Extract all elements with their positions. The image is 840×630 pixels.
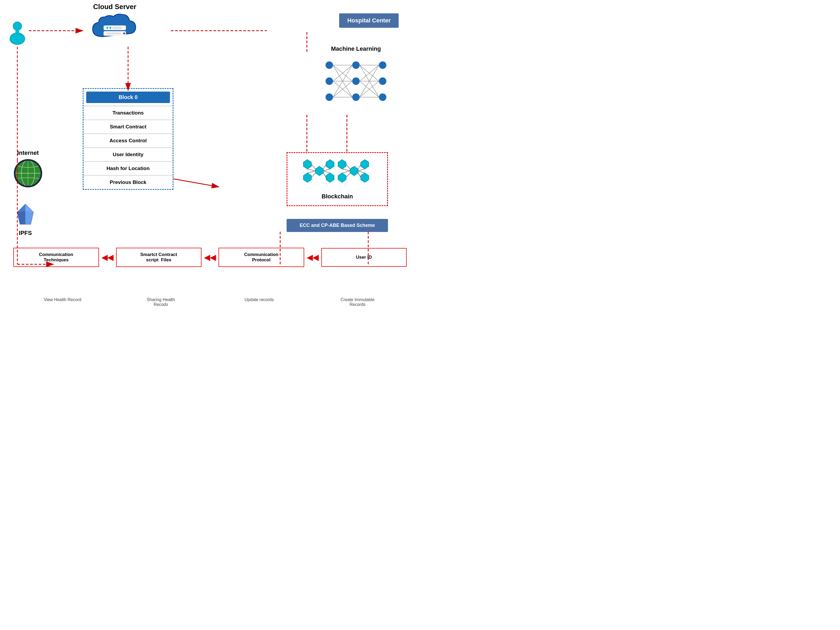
bottom-labels: View Health Record Sharing HealthRecods … xyxy=(13,298,407,307)
svg-line-72 xyxy=(358,169,365,171)
blockchain-title: Blockchain xyxy=(293,193,382,200)
svg-point-11 xyxy=(325,78,333,85)
svg-line-60 xyxy=(307,171,316,173)
block-row-previous-block: Previous Block xyxy=(84,175,173,189)
cloud-server-area: Cloud Server xyxy=(85,3,144,45)
machine-learning-area: Machine Learning xyxy=(319,45,393,108)
svg-line-73 xyxy=(342,171,350,173)
svg-line-59 xyxy=(324,169,330,171)
svg-rect-6 xyxy=(112,27,122,29)
block-header: Block 0 xyxy=(86,92,170,103)
svg-point-10 xyxy=(325,62,333,69)
blockchain-area: Blockchain xyxy=(287,152,388,206)
ipfs-area: IPFS xyxy=(15,203,36,236)
cloud-icon xyxy=(85,12,144,44)
blockchain-nodes-diagram xyxy=(293,158,384,190)
svg-line-74 xyxy=(358,171,365,173)
label-update-records: Update records xyxy=(210,298,308,307)
label-sharing-health: Sharing HealthRecods xyxy=(112,298,210,307)
svg-marker-46 xyxy=(17,204,25,212)
cloud-server-title: Cloud Server xyxy=(85,3,144,11)
svg-marker-47 xyxy=(17,211,25,224)
neural-network-diagram xyxy=(319,54,393,108)
svg-marker-48 xyxy=(25,211,33,224)
ecc-label: ECC and CP-ABE Based Scheme xyxy=(300,223,375,228)
internet-area: Internet xyxy=(13,149,43,189)
communication-techniques-label: CommunicationTechniques xyxy=(39,252,73,263)
svg-marker-53 xyxy=(326,173,334,182)
block-row-hash-location: Hash for Location xyxy=(84,161,173,175)
arrow-1: ◀◀ xyxy=(102,253,114,262)
svg-marker-63 xyxy=(338,160,346,169)
svg-point-5 xyxy=(109,27,111,28)
label-view-health: View Health Record xyxy=(13,298,112,307)
svg-line-61 xyxy=(324,171,330,173)
person-icon xyxy=(8,21,27,46)
block-row-smart-contract: Smart Contract xyxy=(84,120,173,133)
svg-point-18 xyxy=(379,93,386,101)
block-row-transactions: Transactions xyxy=(84,106,173,120)
label-create-immutable: Create ImmutableRecords xyxy=(308,298,407,307)
svg-point-17 xyxy=(379,78,386,85)
svg-marker-52 xyxy=(303,173,311,182)
svg-marker-66 xyxy=(361,173,369,182)
svg-marker-49 xyxy=(316,166,324,176)
internet-icon xyxy=(13,158,43,188)
svg-marker-65 xyxy=(338,173,346,182)
arrow-2: ◀◀ xyxy=(204,253,216,262)
svg-point-9 xyxy=(123,33,125,35)
svg-marker-51 xyxy=(326,160,334,169)
arrow-3: ◀◀ xyxy=(307,253,319,262)
svg-line-68 xyxy=(358,164,361,169)
block-row-user-identity: User Identity xyxy=(84,147,173,161)
svg-rect-8 xyxy=(106,33,121,35)
machine-learning-title: Machine Learning xyxy=(319,45,393,52)
communication-techniques-box: CommunicationTechniques xyxy=(13,248,99,267)
smart-contract-files-box: Smartct Contractscript Files xyxy=(116,248,202,267)
ipfs-icon xyxy=(15,203,36,227)
svg-line-69 xyxy=(346,173,350,177)
ecc-box: ECC and CP-ABE Based Scheme xyxy=(287,219,388,232)
svg-line-54 xyxy=(311,164,316,169)
svg-point-12 xyxy=(325,93,333,101)
svg-marker-45 xyxy=(25,204,33,212)
svg-line-67 xyxy=(346,164,350,169)
svg-marker-62 xyxy=(350,166,358,176)
svg-point-1 xyxy=(10,33,25,44)
svg-line-71 xyxy=(342,169,350,171)
svg-line-57 xyxy=(324,173,326,177)
ipfs-title: IPFS xyxy=(15,230,36,236)
communication-protocol-box: CommunicationProtocol xyxy=(218,248,304,267)
svg-line-70 xyxy=(358,173,361,177)
svg-marker-50 xyxy=(303,160,311,169)
svg-point-15 xyxy=(352,93,360,101)
internet-title: Internet xyxy=(13,149,43,157)
user-id-label: User ID xyxy=(356,255,372,260)
block-container: Block 0 Transactions Smart Contract Acce… xyxy=(83,88,174,190)
smart-contract-files-label: Smartct Contractscript Files xyxy=(141,252,177,263)
svg-line-55 xyxy=(324,164,326,169)
hospital-center-box: Hospital Center xyxy=(339,13,399,28)
block-row-access-control: Access Control xyxy=(84,133,173,147)
svg-line-81 xyxy=(174,179,219,187)
svg-marker-64 xyxy=(361,160,369,169)
svg-point-13 xyxy=(352,62,360,69)
svg-line-58 xyxy=(307,169,316,171)
svg-point-16 xyxy=(379,62,386,69)
diagram-container: Cloud Server Hospital Center Machine Lea… xyxy=(0,0,420,315)
svg-line-56 xyxy=(311,173,316,177)
svg-rect-2 xyxy=(16,30,19,33)
svg-point-4 xyxy=(106,27,108,28)
svg-point-14 xyxy=(352,78,360,85)
hospital-center-label: Hospital Center xyxy=(347,17,391,24)
communication-protocol-label: CommunicationProtocol xyxy=(244,252,278,263)
user-id-box: User ID xyxy=(321,248,407,267)
svg-point-0 xyxy=(13,22,22,30)
bottom-boxes: CommunicationTechniques ◀◀ Smartct Contr… xyxy=(13,248,407,267)
